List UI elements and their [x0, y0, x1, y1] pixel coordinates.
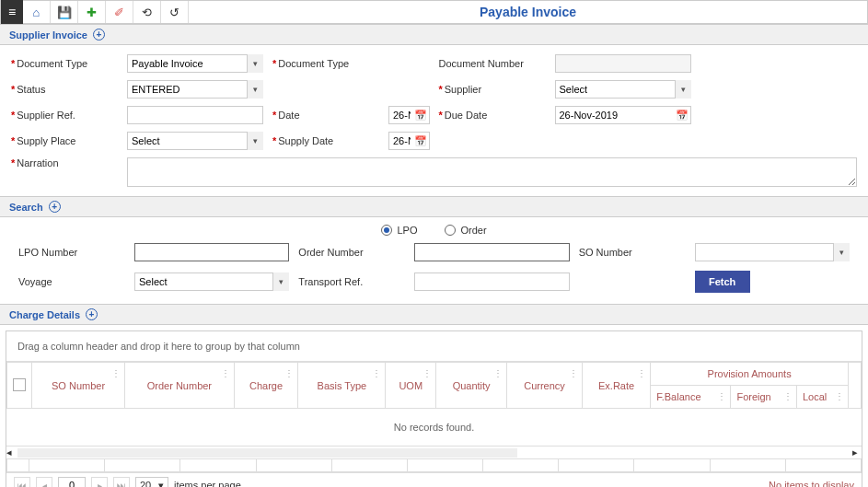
page-title: Payable Invoice — [189, 5, 867, 19]
section-charge-details[interactable]: Charge Details + — [0, 304, 868, 325]
toolbar: ⌂ 💾 ✚ ✐ ⟲ ↺ — [23, 1, 189, 23]
col-uom[interactable]: UOM⋮ — [386, 363, 436, 409]
label-supplier: Supplier — [445, 84, 481, 95]
col-basis-type[interactable]: Basis Type⋮ — [298, 363, 386, 409]
col-provision-amounts: Provision Amounts — [651, 363, 849, 386]
page-size-select[interactable]: 20▾ — [135, 477, 168, 487]
menu-icon[interactable]: ≡ — [1, 0, 23, 24]
add-icon[interactable]: ✚ — [78, 1, 106, 23]
label-voyage: Voyage — [18, 276, 52, 287]
label-transport-ref: Transport Ref. — [298, 276, 363, 287]
pager-last-icon[interactable]: ⏭ — [113, 477, 130, 487]
chevron-down-icon[interactable]: ▾ — [272, 272, 289, 291]
section-supplier-invoice[interactable]: Supplier Invoice + — [0, 24, 868, 45]
col-currency[interactable]: Currency⋮ — [507, 363, 583, 409]
calendar-icon[interactable]: 📅 — [413, 133, 428, 148]
col-quantity[interactable]: Quantity⋮ — [436, 363, 507, 409]
refresh-icon[interactable]: ⟲ — [133, 1, 161, 23]
chevron-down-icon[interactable]: ▾ — [247, 54, 263, 73]
radio-order[interactable]: Order — [445, 225, 486, 236]
expand-icon[interactable]: + — [49, 201, 61, 213]
select-all-checkbox[interactable] — [13, 378, 26, 391]
lpo-number-input[interactable] — [134, 243, 289, 261]
expand-icon[interactable]: + — [93, 29, 105, 41]
no-records-message: No records found. — [7, 409, 862, 446]
col-f-balance[interactable]: F.Balance⋮ — [651, 386, 731, 409]
radio-icon[interactable] — [445, 225, 456, 236]
label-order-number: Order Number — [298, 247, 363, 258]
supplier-invoice-form: *Document Type *Document Type ▾ Document… — [0, 45, 868, 196]
due-date-input[interactable]: 📅 — [555, 106, 691, 124]
col-charge[interactable]: Charge⋮ — [234, 363, 298, 409]
supplier-ref-input[interactable] — [127, 106, 263, 124]
erase-icon[interactable]: ✐ — [106, 1, 133, 23]
section-search[interactable]: Search + — [0, 196, 868, 217]
chevron-down-icon[interactable]: ▾ — [247, 132, 263, 150]
title-bar: ≡ ⌂ 💾 ✚ ✐ ⟲ ↺ Payable Invoice — [0, 0, 868, 24]
section-label: Supplier Invoice — [9, 29, 87, 41]
calendar-icon[interactable]: 📅 — [413, 108, 428, 122]
pager-prev-icon[interactable]: ◂ — [36, 477, 52, 487]
no-items-message: No items to display — [769, 480, 854, 487]
undo-icon[interactable]: ↺ — [161, 1, 189, 23]
supply-place-select[interactable]: ▾ — [127, 132, 263, 150]
radio-lpo[interactable]: LPO — [381, 225, 417, 236]
col-foreign[interactable]: Foreign⋮ — [731, 386, 797, 409]
fetch-button[interactable]: Fetch — [695, 271, 750, 293]
pager: ⏮ ◂ ▸ ⏭ 20▾ items per page No items to d… — [6, 472, 862, 487]
save-icon[interactable]: 💾 — [51, 1, 78, 23]
label-document-number: Document Number — [439, 58, 524, 69]
so-number-select[interactable]: ▾ — [695, 243, 850, 261]
narration-textarea[interactable] — [127, 157, 857, 187]
items-per-page-label: items per page — [174, 480, 241, 487]
transport-ref-input[interactable] — [414, 272, 569, 291]
document-type-select[interactable]: ▾ — [127, 54, 263, 73]
chevron-down-icon[interactable]: ▾ — [675, 80, 691, 99]
document-number-input — [555, 54, 691, 73]
label-lpo-number: LPO Number — [18, 247, 77, 258]
date-input[interactable]: 📅 — [388, 106, 430, 124]
order-number-input[interactable] — [414, 243, 569, 261]
status-select[interactable]: ▾ — [127, 80, 263, 99]
search-type-radios: LPO Order — [0, 217, 868, 239]
col-order-number[interactable]: Order Number⋮ — [125, 363, 235, 409]
col-ex-rate[interactable]: Ex.Rate⋮ — [583, 363, 651, 409]
label-supply-place: Supply Place — [17, 135, 75, 146]
calendar-icon[interactable]: 📅 — [675, 108, 689, 122]
voyage-select[interactable]: ▾ — [134, 272, 289, 291]
supplier-select[interactable]: ▾ — [555, 80, 691, 99]
label-document-type: Document Type — [278, 58, 349, 69]
chevron-down-icon[interactable]: ▾ — [247, 80, 263, 99]
label-status: Status — [17, 84, 45, 95]
supply-date-input[interactable]: 📅 — [388, 132, 430, 150]
pager-page-input[interactable] — [58, 477, 86, 487]
col-so-number[interactable]: SO Number⋮ — [32, 363, 125, 409]
label-so-number: SO Number — [579, 247, 632, 258]
label-narration: Narration — [17, 157, 58, 168]
col-local[interactable]: Local⋮ — [797, 386, 849, 409]
chevron-down-icon[interactable]: ▾ — [833, 243, 850, 261]
horizontal-scrollbar[interactable]: ◂▸ — [6, 446, 862, 458]
charge-details-grid: Drag a column header and drop it here to… — [6, 330, 862, 487]
home-icon[interactable]: ⌂ — [23, 1, 51, 23]
radio-icon[interactable] — [381, 225, 392, 236]
section-label: Search — [9, 202, 43, 213]
section-label: Charge Details — [9, 309, 80, 320]
label-supplier-ref: Supplier Ref. — [17, 110, 75, 121]
group-drop-area[interactable]: Drag a column header and drop it here to… — [6, 331, 862, 362]
pager-next-icon[interactable]: ▸ — [91, 477, 108, 487]
label-supply-date: Supply Date — [278, 135, 333, 146]
label-date: Date — [278, 110, 299, 121]
label-due-date: Due Date — [445, 110, 487, 121]
expand-icon[interactable]: + — [86, 308, 98, 320]
pager-first-icon[interactable]: ⏮ — [14, 477, 30, 487]
